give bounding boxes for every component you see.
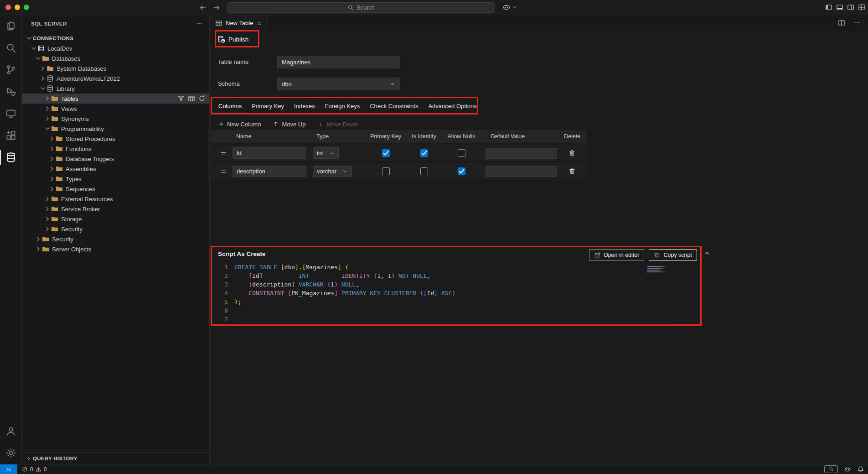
delete-column-icon[interactable] (568, 149, 576, 156)
designer-tab-primary-key[interactable]: Primary Key (247, 98, 289, 114)
move-up-button[interactable]: Move Up (273, 121, 305, 128)
tree-item-security[interactable]: Security (22, 234, 209, 244)
designer-tab-columns[interactable]: Columns (213, 98, 247, 114)
delete-column-icon[interactable] (568, 167, 576, 175)
code-line: 3 [description] VARCHAR (1) NULL, (211, 280, 674, 289)
activity-item-accounts[interactable] (0, 420, 22, 442)
line-number: 5 (211, 297, 234, 306)
drag-handle-icon[interactable] (216, 163, 231, 179)
sidebar-title: SQL SERVER (31, 21, 67, 26)
zoom-indicator[interactable] (824, 465, 838, 473)
drag-handle-icon[interactable] (216, 145, 231, 161)
tree-item-programmability[interactable]: Programmability (22, 124, 209, 134)
remote-indicator[interactable] (0, 464, 17, 474)
tree-item-security[interactable]: Security (22, 224, 209, 234)
tree-item-views[interactable]: Views (22, 104, 209, 114)
schema-dropdown[interactable]: dbo (277, 78, 400, 90)
tree-item-external-resources[interactable]: External Resources (22, 194, 209, 204)
toggle-primary-sidebar-icon[interactable] (825, 4, 832, 11)
designer-tab-check-constraints[interactable]: Check Constraints (365, 98, 423, 114)
is-identity-checkbox[interactable] (420, 149, 428, 157)
primary-key-checkbox[interactable] (382, 149, 390, 157)
folder-icon (46, 65, 54, 72)
tree-item-sequences[interactable]: Sequences (22, 184, 209, 194)
folder-icon (51, 105, 58, 112)
tree-item-database-triggers[interactable]: Database Triggers (22, 154, 209, 164)
command-center-search[interactable]: Search (227, 2, 495, 13)
activity-item-explorer[interactable] (0, 15, 22, 37)
move-down-button[interactable]: Move Down (317, 121, 358, 128)
tree-item-system-databases[interactable]: System Databases (22, 63, 209, 73)
code-text: CONSTRAINT [PK_Magazines] PRIMARY KEY CL… (234, 289, 455, 297)
back-icon[interactable] (199, 4, 207, 12)
close-tab-icon[interactable] (256, 20, 263, 26)
designer-tab-foreign-keys[interactable]: Foreign Keys (320, 98, 365, 114)
activity-item-source-control[interactable] (0, 59, 22, 81)
publish-label: Publish (228, 36, 248, 43)
customize-layout-icon[interactable] (858, 4, 865, 11)
tree-item-adventureworkslt2022[interactable]: AdventureWorksLT2022 (22, 73, 209, 83)
tree-item-server-objects[interactable]: Server Objects (22, 244, 209, 254)
default-value-input[interactable] (486, 148, 557, 159)
tree-item-databases[interactable]: Databases (22, 53, 209, 63)
minimize-window-button[interactable] (15, 5, 20, 10)
tree-item-tables[interactable]: Tables (22, 94, 209, 104)
collapse-panel-icon[interactable] (703, 250, 711, 257)
new-column-button[interactable]: New Column (218, 121, 261, 128)
more-actions-icon[interactable] (853, 19, 861, 26)
copilot-status-icon[interactable] (844, 466, 851, 473)
column-name-input[interactable]: description (232, 166, 306, 177)
maximize-window-button[interactable] (24, 5, 29, 10)
script-panel: Script As Create Open in editor Copy scr… (211, 246, 702, 326)
tree-item-storage[interactable]: Storage (22, 214, 209, 224)
column-header-type: Type (313, 130, 363, 143)
allow-nulls-checkbox[interactable] (458, 167, 465, 175)
activity-item-settings[interactable] (0, 442, 22, 464)
tab-new-table[interactable]: New Table (210, 15, 268, 31)
table-icon[interactable] (188, 95, 195, 102)
tree-item-synonyms[interactable]: Synonyms (22, 114, 209, 124)
tree-item-connections[interactable]: CONNECTIONS (22, 33, 209, 43)
activity-item-remote-explorer[interactable] (0, 103, 22, 125)
column-type-dropdown[interactable]: varchar (313, 166, 352, 177)
title-bar: Search (0, 0, 868, 15)
column-row-description: descriptionvarchar (211, 163, 586, 179)
split-editor-icon[interactable] (838, 19, 845, 26)
column-type-dropdown[interactable]: int (313, 147, 339, 159)
close-window-button[interactable] (5, 5, 11, 10)
table-name-input[interactable] (277, 56, 400, 68)
notifications-bell-icon[interactable] (857, 466, 864, 473)
column-name-input[interactable]: Id (232, 147, 306, 159)
default-value-input[interactable] (486, 166, 557, 177)
tree-item-types[interactable]: Types (22, 174, 209, 184)
copilot-menu[interactable] (502, 3, 517, 11)
activity-item-sql-server[interactable] (0, 146, 22, 168)
primary-key-checkbox[interactable] (382, 167, 390, 175)
forward-icon[interactable] (212, 4, 221, 12)
query-history-section[interactable]: QUERY HISTORY (22, 452, 209, 464)
designer-tab-advanced-options[interactable]: Advanced Options (423, 98, 481, 114)
toggle-secondary-sidebar-icon[interactable] (847, 4, 854, 11)
code-line: 4 CONSTRAINT [PK_Magazines] PRIMARY KEY … (211, 289, 674, 297)
filter-icon[interactable] (177, 95, 185, 102)
activity-item-search[interactable] (0, 37, 22, 59)
copy-script-button[interactable]: Copy script (649, 249, 697, 261)
publish-icon (217, 35, 225, 43)
refresh-icon[interactable] (198, 95, 206, 102)
more-actions-icon[interactable] (196, 20, 203, 27)
tree-item-functions[interactable]: Functions (22, 144, 209, 154)
is-identity-checkbox[interactable] (420, 167, 428, 175)
tree-item-stored-procedures[interactable]: Stored Procedures (22, 134, 209, 144)
activity-item-extensions[interactable] (0, 125, 22, 146)
tree-item-localdev[interactable]: LocalDev (22, 43, 209, 53)
designer-tab-indexes[interactable]: Indexes (289, 98, 320, 114)
publish-button[interactable]: Publish (217, 33, 248, 46)
open-in-editor-button[interactable]: Open in editor (589, 249, 645, 261)
toggle-panel-icon[interactable] (836, 4, 843, 11)
allow-nulls-checkbox[interactable] (458, 149, 465, 157)
tree-item-service-broker[interactable]: Service Broker (22, 204, 209, 214)
activity-item-run-and-debug[interactable] (0, 81, 22, 103)
tree-item-assemblies[interactable]: Assemblies (22, 164, 209, 174)
problems-indicator[interactable]: 0 0 (22, 466, 46, 473)
tree-item-library[interactable]: Library (22, 83, 209, 94)
